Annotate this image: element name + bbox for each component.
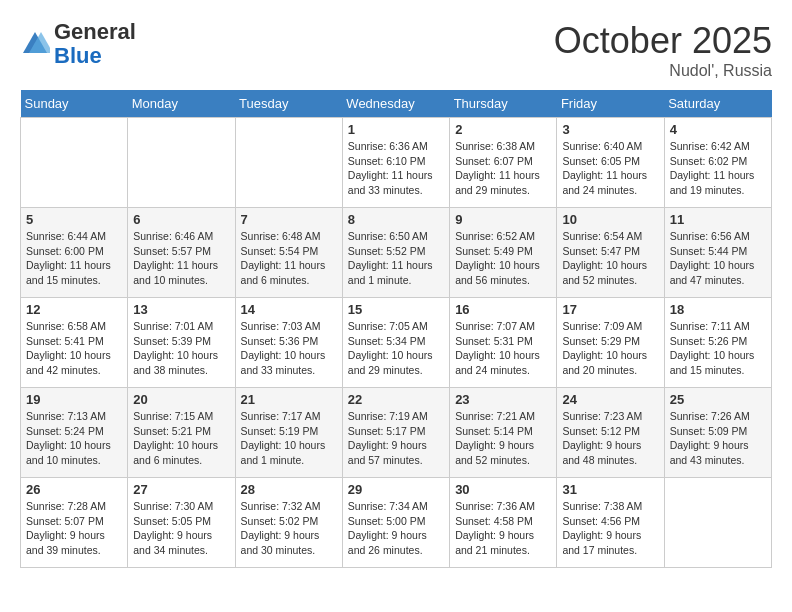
logo-general-text: General: [54, 19, 136, 44]
day-info: Sunrise: 6:48 AMSunset: 5:54 PMDaylight:…: [241, 229, 337, 288]
day-info: Sunrise: 7:21 AMSunset: 5:14 PMDaylight:…: [455, 409, 551, 468]
day-number: 15: [348, 302, 444, 317]
day-number: 2: [455, 122, 551, 137]
day-info: Sunrise: 7:05 AMSunset: 5:34 PMDaylight:…: [348, 319, 444, 378]
day-number: 27: [133, 482, 229, 497]
day-info: Sunrise: 7:28 AMSunset: 5:07 PMDaylight:…: [26, 499, 122, 558]
logo-icon: [20, 29, 50, 59]
day-info: Sunrise: 7:07 AMSunset: 5:31 PMDaylight:…: [455, 319, 551, 378]
day-info: Sunrise: 7:30 AMSunset: 5:05 PMDaylight:…: [133, 499, 229, 558]
calendar-cell: 2Sunrise: 6:38 AMSunset: 6:07 PMDaylight…: [450, 118, 557, 208]
day-number: 18: [670, 302, 766, 317]
column-header-thursday: Thursday: [450, 90, 557, 118]
title-block: October 2025 Nudol', Russia: [554, 20, 772, 80]
day-info: Sunrise: 7:13 AMSunset: 5:24 PMDaylight:…: [26, 409, 122, 468]
day-number: 1: [348, 122, 444, 137]
day-info: Sunrise: 6:36 AMSunset: 6:10 PMDaylight:…: [348, 139, 444, 198]
calendar-cell: 29Sunrise: 7:34 AMSunset: 5:00 PMDayligh…: [342, 478, 449, 568]
day-number: 19: [26, 392, 122, 407]
calendar-cell: 1Sunrise: 6:36 AMSunset: 6:10 PMDaylight…: [342, 118, 449, 208]
day-number: 20: [133, 392, 229, 407]
day-info: Sunrise: 7:15 AMSunset: 5:21 PMDaylight:…: [133, 409, 229, 468]
calendar-cell: [128, 118, 235, 208]
calendar-cell: 6Sunrise: 6:46 AMSunset: 5:57 PMDaylight…: [128, 208, 235, 298]
calendar-cell: 9Sunrise: 6:52 AMSunset: 5:49 PMDaylight…: [450, 208, 557, 298]
column-header-sunday: Sunday: [21, 90, 128, 118]
calendar-week-3: 12Sunrise: 6:58 AMSunset: 5:41 PMDayligh…: [21, 298, 772, 388]
day-info: Sunrise: 6:46 AMSunset: 5:57 PMDaylight:…: [133, 229, 229, 288]
day-info: Sunrise: 6:56 AMSunset: 5:44 PMDaylight:…: [670, 229, 766, 288]
month-title: October 2025: [554, 20, 772, 62]
calendar-cell: 18Sunrise: 7:11 AMSunset: 5:26 PMDayligh…: [664, 298, 771, 388]
day-number: 10: [562, 212, 658, 227]
calendar-cell: 31Sunrise: 7:38 AMSunset: 4:56 PMDayligh…: [557, 478, 664, 568]
day-number: 17: [562, 302, 658, 317]
day-number: 9: [455, 212, 551, 227]
day-number: 31: [562, 482, 658, 497]
day-number: 14: [241, 302, 337, 317]
day-info: Sunrise: 7:19 AMSunset: 5:17 PMDaylight:…: [348, 409, 444, 468]
day-number: 5: [26, 212, 122, 227]
calendar-cell: 23Sunrise: 7:21 AMSunset: 5:14 PMDayligh…: [450, 388, 557, 478]
day-number: 23: [455, 392, 551, 407]
calendar-cell: [664, 478, 771, 568]
calendar-cell: 7Sunrise: 6:48 AMSunset: 5:54 PMDaylight…: [235, 208, 342, 298]
day-info: Sunrise: 7:11 AMSunset: 5:26 PMDaylight:…: [670, 319, 766, 378]
calendar-cell: 30Sunrise: 7:36 AMSunset: 4:58 PMDayligh…: [450, 478, 557, 568]
calendar-cell: 3Sunrise: 6:40 AMSunset: 6:05 PMDaylight…: [557, 118, 664, 208]
day-info: Sunrise: 7:09 AMSunset: 5:29 PMDaylight:…: [562, 319, 658, 378]
day-number: 8: [348, 212, 444, 227]
day-number: 30: [455, 482, 551, 497]
column-header-friday: Friday: [557, 90, 664, 118]
calendar-cell: [21, 118, 128, 208]
calendar-cell: 13Sunrise: 7:01 AMSunset: 5:39 PMDayligh…: [128, 298, 235, 388]
day-number: 4: [670, 122, 766, 137]
calendar-cell: 10Sunrise: 6:54 AMSunset: 5:47 PMDayligh…: [557, 208, 664, 298]
calendar-cell: 27Sunrise: 7:30 AMSunset: 5:05 PMDayligh…: [128, 478, 235, 568]
calendar-week-5: 26Sunrise: 7:28 AMSunset: 5:07 PMDayligh…: [21, 478, 772, 568]
day-number: 13: [133, 302, 229, 317]
calendar-cell: 8Sunrise: 6:50 AMSunset: 5:52 PMDaylight…: [342, 208, 449, 298]
calendar-week-4: 19Sunrise: 7:13 AMSunset: 5:24 PMDayligh…: [21, 388, 772, 478]
day-number: 29: [348, 482, 444, 497]
calendar-cell: 28Sunrise: 7:32 AMSunset: 5:02 PMDayligh…: [235, 478, 342, 568]
calendar-cell: 26Sunrise: 7:28 AMSunset: 5:07 PMDayligh…: [21, 478, 128, 568]
calendar-cell: 12Sunrise: 6:58 AMSunset: 5:41 PMDayligh…: [21, 298, 128, 388]
calendar-cell: 17Sunrise: 7:09 AMSunset: 5:29 PMDayligh…: [557, 298, 664, 388]
calendar-cell: 19Sunrise: 7:13 AMSunset: 5:24 PMDayligh…: [21, 388, 128, 478]
day-info: Sunrise: 6:54 AMSunset: 5:47 PMDaylight:…: [562, 229, 658, 288]
calendar-week-1: 1Sunrise: 6:36 AMSunset: 6:10 PMDaylight…: [21, 118, 772, 208]
day-number: 7: [241, 212, 337, 227]
location-subtitle: Nudol', Russia: [554, 62, 772, 80]
page-header: General Blue October 2025 Nudol', Russia: [20, 20, 772, 80]
day-number: 16: [455, 302, 551, 317]
day-number: 28: [241, 482, 337, 497]
day-info: Sunrise: 7:23 AMSunset: 5:12 PMDaylight:…: [562, 409, 658, 468]
calendar-cell: 24Sunrise: 7:23 AMSunset: 5:12 PMDayligh…: [557, 388, 664, 478]
calendar-week-2: 5Sunrise: 6:44 AMSunset: 6:00 PMDaylight…: [21, 208, 772, 298]
day-info: Sunrise: 7:32 AMSunset: 5:02 PMDaylight:…: [241, 499, 337, 558]
calendar-cell: 11Sunrise: 6:56 AMSunset: 5:44 PMDayligh…: [664, 208, 771, 298]
day-info: Sunrise: 6:52 AMSunset: 5:49 PMDaylight:…: [455, 229, 551, 288]
day-info: Sunrise: 6:58 AMSunset: 5:41 PMDaylight:…: [26, 319, 122, 378]
day-info: Sunrise: 7:26 AMSunset: 5:09 PMDaylight:…: [670, 409, 766, 468]
day-info: Sunrise: 7:34 AMSunset: 5:00 PMDaylight:…: [348, 499, 444, 558]
day-info: Sunrise: 6:38 AMSunset: 6:07 PMDaylight:…: [455, 139, 551, 198]
day-number: 25: [670, 392, 766, 407]
calendar-cell: 25Sunrise: 7:26 AMSunset: 5:09 PMDayligh…: [664, 388, 771, 478]
column-header-monday: Monday: [128, 90, 235, 118]
day-info: Sunrise: 6:40 AMSunset: 6:05 PMDaylight:…: [562, 139, 658, 198]
day-number: 3: [562, 122, 658, 137]
column-header-wednesday: Wednesday: [342, 90, 449, 118]
day-info: Sunrise: 6:44 AMSunset: 6:00 PMDaylight:…: [26, 229, 122, 288]
calendar-cell: 4Sunrise: 6:42 AMSunset: 6:02 PMDaylight…: [664, 118, 771, 208]
calendar-cell: 15Sunrise: 7:05 AMSunset: 5:34 PMDayligh…: [342, 298, 449, 388]
day-info: Sunrise: 7:38 AMSunset: 4:56 PMDaylight:…: [562, 499, 658, 558]
day-number: 21: [241, 392, 337, 407]
day-info: Sunrise: 6:42 AMSunset: 6:02 PMDaylight:…: [670, 139, 766, 198]
day-number: 26: [26, 482, 122, 497]
day-number: 22: [348, 392, 444, 407]
column-header-tuesday: Tuesday: [235, 90, 342, 118]
logo-blue-text: Blue: [54, 43, 102, 68]
calendar-cell: 20Sunrise: 7:15 AMSunset: 5:21 PMDayligh…: [128, 388, 235, 478]
